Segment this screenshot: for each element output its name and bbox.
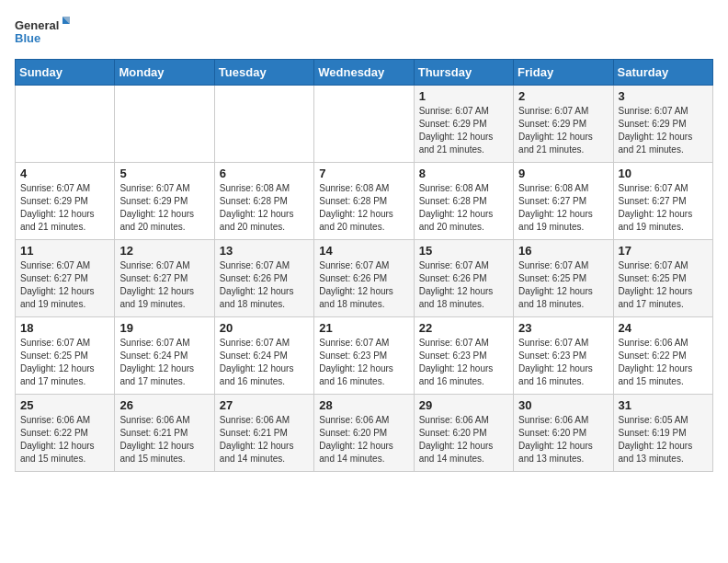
week-row-5: 25Sunrise: 6:06 AM Sunset: 6:22 PM Dayli… [16, 395, 713, 472]
day-number: 20 [220, 321, 309, 335]
calendar-cell: 31Sunrise: 6:05 AM Sunset: 6:19 PM Dayli… [613, 395, 712, 472]
calendar-cell: 25Sunrise: 6:06 AM Sunset: 6:22 PM Dayli… [16, 395, 115, 472]
day-number: 15 [419, 244, 508, 258]
calendar-cell: 22Sunrise: 6:07 AM Sunset: 6:23 PM Dayli… [414, 317, 513, 395]
day-number: 18 [20, 321, 109, 335]
day-number: 12 [119, 244, 209, 258]
day-info: Sunrise: 6:07 AM Sunset: 6:26 PM Dayligh… [220, 259, 309, 311]
calendar-cell: 27Sunrise: 6:06 AM Sunset: 6:21 PM Dayli… [214, 395, 313, 472]
day-number: 31 [619, 398, 708, 412]
day-number: 4 [20, 167, 109, 180]
day-info: Sunrise: 6:07 AM Sunset: 6:27 PM Dayligh… [119, 259, 209, 311]
day-header-saturday: Saturday [613, 60, 712, 86]
day-info: Sunrise: 6:07 AM Sunset: 6:27 PM Dayligh… [619, 182, 708, 234]
day-info: Sunrise: 6:08 AM Sunset: 6:28 PM Dayligh… [419, 182, 508, 234]
day-info: Sunrise: 6:07 AM Sunset: 6:24 PM Dayligh… [220, 337, 309, 388]
svg-text:General: General [15, 18, 59, 32]
day-header-thursday: Thursday [414, 60, 513, 86]
calendar-cell: 5Sunrise: 6:07 AM Sunset: 6:29 PM Daylig… [115, 163, 214, 240]
day-number: 17 [619, 244, 708, 258]
day-number: 7 [319, 167, 408, 180]
day-number: 26 [119, 398, 209, 412]
day-info: Sunrise: 6:07 AM Sunset: 6:26 PM Dayligh… [319, 259, 408, 311]
day-number: 22 [419, 321, 508, 335]
day-info: Sunrise: 6:05 AM Sunset: 6:19 PM Dayligh… [619, 414, 708, 465]
day-number: 2 [518, 89, 608, 103]
day-number: 19 [119, 321, 209, 335]
calendar-cell: 12Sunrise: 6:07 AM Sunset: 6:27 PM Dayli… [115, 240, 214, 317]
calendar-cell: 1Sunrise: 6:07 AM Sunset: 6:29 PM Daylig… [414, 86, 513, 163]
calendar-cell: 16Sunrise: 6:07 AM Sunset: 6:25 PM Dayli… [514, 240, 613, 317]
calendar-cell: 21Sunrise: 6:07 AM Sunset: 6:23 PM Dayli… [314, 317, 414, 395]
day-info: Sunrise: 6:07 AM Sunset: 6:27 PM Dayligh… [20, 259, 109, 311]
day-number: 3 [619, 89, 708, 103]
calendar-cell: 4Sunrise: 6:07 AM Sunset: 6:29 PM Daylig… [16, 163, 115, 240]
day-number: 23 [518, 321, 608, 335]
calendar-cell [214, 86, 313, 163]
day-info: Sunrise: 6:07 AM Sunset: 6:29 PM Dayligh… [518, 105, 608, 156]
day-number: 28 [319, 398, 408, 412]
day-info: Sunrise: 6:08 AM Sunset: 6:28 PM Dayligh… [220, 182, 309, 234]
day-info: Sunrise: 6:06 AM Sunset: 6:20 PM Dayligh… [419, 414, 508, 465]
calendar-cell: 15Sunrise: 6:07 AM Sunset: 6:26 PM Dayli… [414, 240, 513, 317]
day-info: Sunrise: 6:07 AM Sunset: 6:29 PM Dayligh… [20, 182, 109, 234]
week-row-3: 11Sunrise: 6:07 AM Sunset: 6:27 PM Dayli… [16, 240, 713, 317]
day-number: 9 [518, 167, 608, 180]
calendar-cell: 14Sunrise: 6:07 AM Sunset: 6:26 PM Dayli… [314, 240, 414, 317]
calendar-cell: 18Sunrise: 6:07 AM Sunset: 6:25 PM Dayli… [16, 317, 115, 395]
day-info: Sunrise: 6:08 AM Sunset: 6:28 PM Dayligh… [319, 182, 408, 234]
day-info: Sunrise: 6:07 AM Sunset: 6:25 PM Dayligh… [619, 259, 708, 311]
calendar-cell: 29Sunrise: 6:06 AM Sunset: 6:20 PM Dayli… [414, 395, 513, 472]
day-number: 1 [419, 89, 508, 103]
calendar-cell: 19Sunrise: 6:07 AM Sunset: 6:24 PM Dayli… [115, 317, 214, 395]
calendar-cell: 3Sunrise: 6:07 AM Sunset: 6:29 PM Daylig… [613, 86, 712, 163]
svg-text:Blue: Blue [15, 31, 40, 45]
day-header-monday: Monday [115, 60, 214, 86]
logo: General Blue [15, 15, 70, 48]
day-number: 30 [518, 398, 608, 412]
calendar-cell: 10Sunrise: 6:07 AM Sunset: 6:27 PM Dayli… [613, 163, 712, 240]
calendar-header: SundayMondayTuesdayWednesdayThursdayFrid… [16, 60, 713, 86]
day-header-friday: Friday [514, 60, 613, 86]
calendar-cell: 30Sunrise: 6:06 AM Sunset: 6:20 PM Dayli… [514, 395, 613, 472]
calendar-cell [115, 86, 214, 163]
logo-svg: General Blue [15, 15, 70, 48]
day-number: 6 [220, 167, 309, 180]
calendar-cell: 13Sunrise: 6:07 AM Sunset: 6:26 PM Dayli… [214, 240, 313, 317]
day-info: Sunrise: 6:07 AM Sunset: 6:26 PM Dayligh… [419, 259, 508, 311]
calendar-cell: 11Sunrise: 6:07 AM Sunset: 6:27 PM Dayli… [16, 240, 115, 317]
day-number: 10 [619, 167, 708, 180]
week-row-4: 18Sunrise: 6:07 AM Sunset: 6:25 PM Dayli… [16, 317, 713, 395]
calendar-cell: 6Sunrise: 6:08 AM Sunset: 6:28 PM Daylig… [214, 163, 313, 240]
day-number: 14 [319, 244, 408, 258]
day-info: Sunrise: 6:07 AM Sunset: 6:24 PM Dayligh… [119, 337, 209, 388]
day-info: Sunrise: 6:07 AM Sunset: 6:29 PM Dayligh… [419, 105, 508, 156]
day-info: Sunrise: 6:06 AM Sunset: 6:22 PM Dayligh… [619, 337, 708, 388]
calendar-body: 1Sunrise: 6:07 AM Sunset: 6:29 PM Daylig… [16, 86, 713, 472]
calendar-cell: 26Sunrise: 6:06 AM Sunset: 6:21 PM Dayli… [115, 395, 214, 472]
day-number: 13 [220, 244, 309, 258]
day-info: Sunrise: 6:06 AM Sunset: 6:20 PM Dayligh… [319, 414, 408, 465]
day-info: Sunrise: 6:07 AM Sunset: 6:29 PM Dayligh… [119, 182, 209, 234]
day-number: 16 [518, 244, 608, 258]
calendar-cell: 24Sunrise: 6:06 AM Sunset: 6:22 PM Dayli… [613, 317, 712, 395]
calendar-cell: 8Sunrise: 6:08 AM Sunset: 6:28 PM Daylig… [414, 163, 513, 240]
week-row-1: 1Sunrise: 6:07 AM Sunset: 6:29 PM Daylig… [16, 86, 713, 163]
day-number: 5 [119, 167, 209, 180]
calendar-cell: 17Sunrise: 6:07 AM Sunset: 6:25 PM Dayli… [613, 240, 712, 317]
header: General Blue [15, 15, 713, 48]
calendar-cell: 2Sunrise: 6:07 AM Sunset: 6:29 PM Daylig… [514, 86, 613, 163]
day-info: Sunrise: 6:07 AM Sunset: 6:23 PM Dayligh… [319, 337, 408, 388]
calendar-cell: 7Sunrise: 6:08 AM Sunset: 6:28 PM Daylig… [314, 163, 414, 240]
day-number: 27 [220, 398, 309, 412]
day-info: Sunrise: 6:07 AM Sunset: 6:23 PM Dayligh… [518, 337, 608, 388]
day-number: 11 [20, 244, 109, 258]
day-info: Sunrise: 6:07 AM Sunset: 6:25 PM Dayligh… [518, 259, 608, 311]
day-header-wednesday: Wednesday [314, 60, 414, 86]
day-number: 25 [20, 398, 109, 412]
calendar-cell: 28Sunrise: 6:06 AM Sunset: 6:20 PM Dayli… [314, 395, 414, 472]
calendar-cell: 9Sunrise: 6:08 AM Sunset: 6:27 PM Daylig… [514, 163, 613, 240]
header-row: SundayMondayTuesdayWednesdayThursdayFrid… [16, 60, 713, 86]
calendar-cell [314, 86, 414, 163]
day-info: Sunrise: 6:08 AM Sunset: 6:27 PM Dayligh… [518, 182, 608, 234]
